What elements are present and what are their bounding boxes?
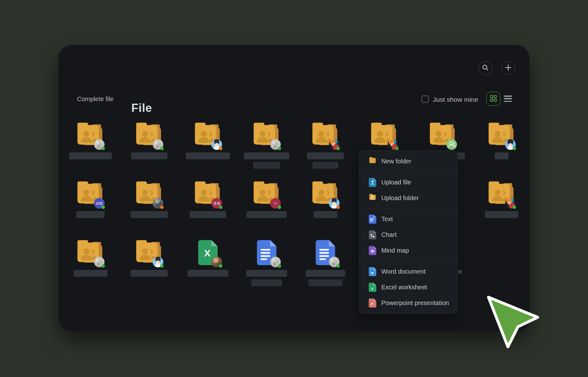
upload-file-icon: [369, 178, 376, 187]
menu-group: Upload file Upload folder: [359, 172, 457, 208]
grid-view-icon: [490, 95, 497, 103]
search-button[interactable]: [478, 61, 492, 75]
page-title: File: [131, 101, 152, 115]
name-skeleton: [131, 152, 167, 159]
name-skeleton: [244, 152, 289, 159]
search-icon: [482, 64, 489, 72]
list-view-button[interactable]: [504, 95, 512, 102]
status-dot-green: [278, 205, 281, 209]
status-dot-green: [395, 147, 399, 150]
status-dot-green: [336, 147, 340, 150]
menu-item-new-folder[interactable]: New folder: [359, 153, 457, 169]
menu-item-label: New folder: [381, 158, 411, 165]
menu-group: Text Chart Mind map: [359, 208, 457, 261]
svg-text:P: P: [371, 302, 373, 306]
menu-item-label: Mind map: [381, 247, 409, 254]
hidden-label-fragment: n: [458, 268, 462, 275]
name-skeleton: [495, 152, 509, 159]
word-file-icon: w: [369, 267, 376, 276]
plus-icon: [505, 64, 512, 72]
status-dot-green: [278, 147, 281, 150]
status-dot-orange: [160, 205, 164, 209]
menu-item-label: Upload folder: [381, 194, 419, 202]
new-folder-icon: [369, 157, 376, 166]
name-skeleton: [308, 279, 342, 286]
just-show-mine-checkbox[interactable]: [422, 96, 429, 103]
svg-text:x: x: [371, 287, 373, 290]
menu-item-label: Excel worksheet: [381, 284, 427, 291]
name-skeleton: [69, 152, 112, 159]
file-manager-panel: File: [58, 45, 530, 331]
powerpoint-file-icon: P: [369, 298, 376, 308]
menu-item-label: Text: [381, 216, 393, 223]
status-dot-green: [160, 264, 164, 268]
add-button[interactable]: [501, 61, 515, 75]
menu-item-upload-file[interactable]: Upload file: [359, 174, 457, 190]
status-dot-green: [278, 264, 281, 268]
menu-item-mind-map[interactable]: Mind map: [359, 243, 457, 258]
menu-item-upload-folder[interactable]: Upload folder: [359, 190, 457, 206]
name-skeleton: [131, 270, 168, 277]
name-skeleton: [76, 211, 105, 218]
name-skeleton: [306, 270, 345, 277]
name-skeleton: [485, 211, 518, 218]
menu-item-powerpoint-presentation[interactable]: PPowerpoint presentation: [359, 295, 457, 311]
svg-text:w: w: [371, 271, 374, 275]
name-skeleton: [307, 152, 344, 159]
just-show-mine-label: Just show mine: [433, 96, 478, 103]
avatar-label: LI: [274, 202, 277, 205]
header-divider: [66, 85, 522, 86]
menu-item-label: Word document: [381, 268, 426, 275]
name-skeleton: [186, 152, 230, 159]
status-dot-orange: [219, 147, 222, 150]
menu-item-text[interactable]: Text: [359, 211, 457, 227]
menu-item-excel-worksheet[interactable]: xExcel worksheet: [359, 279, 457, 295]
text-file-icon: [369, 215, 376, 224]
status-dot-green: [513, 147, 516, 150]
name-skeleton: [247, 211, 287, 218]
name-skeleton: [131, 211, 168, 218]
upload-folder-icon: [369, 194, 376, 203]
avatar-label: 志程: [96, 201, 103, 206]
menu-group: New folder: [359, 151, 457, 172]
mindmap-file-icon: [369, 246, 376, 255]
name-skeleton: [74, 270, 107, 277]
excel-file-icon: x: [369, 283, 376, 292]
section-label: Complete file: [77, 96, 114, 103]
name-skeleton: [313, 211, 337, 218]
status-dot-green: [336, 264, 340, 268]
menu-item-label: Powerpoint presentation: [381, 299, 449, 307]
menu-item-word-document[interactable]: wWord document: [359, 264, 457, 279]
name-skeleton: [188, 270, 228, 277]
grid-view-button[interactable]: [486, 92, 500, 106]
svg-text:X: X: [204, 248, 210, 258]
status-dot-green: [101, 264, 105, 268]
status-dot-green: [101, 205, 105, 209]
chart-file-icon: [369, 230, 376, 239]
status-dot-green: [513, 205, 516, 209]
status-dot-green: [101, 147, 105, 150]
menu-item-label: Chart: [381, 231, 397, 238]
cursor-arrow: [483, 292, 546, 356]
name-skeleton: [313, 162, 338, 169]
member-avatar-group-icon: [446, 139, 457, 150]
menu-item-label: Upload file: [381, 179, 411, 186]
status-dot-green: [219, 264, 222, 268]
create-context-menu: New folder Upload file Upload folder Tex…: [359, 150, 458, 314]
name-skeleton: [246, 270, 287, 277]
status-dot-green: [219, 205, 222, 209]
status-dot-orange: [336, 205, 340, 209]
menu-group: wWord document xExcel worksheet PPowerpo…: [359, 261, 457, 313]
status-dot-green: [160, 147, 164, 150]
menu-item-chart[interactable]: Chart: [359, 227, 457, 243]
name-skeleton: [251, 279, 282, 286]
name-skeleton: [253, 162, 280, 169]
name-skeleton: [190, 211, 226, 218]
avatar-label: 世旭: [213, 201, 220, 206]
